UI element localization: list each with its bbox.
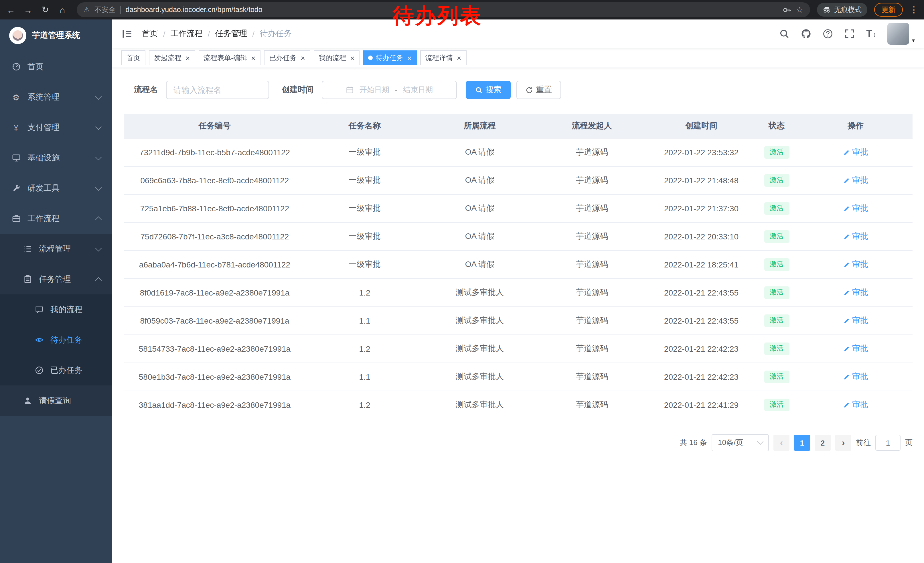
sidebar-item-label: 我的流程 (50, 305, 82, 315)
sidebar-item-devtools[interactable]: 研发工具 (0, 173, 112, 203)
tab-start-process[interactable]: 发起流程 × (149, 50, 195, 65)
sidebar-item-task-mgmt[interactable]: 任务管理 (0, 264, 112, 294)
help-icon[interactable] (823, 29, 833, 39)
approve-button[interactable]: 审批 (843, 288, 868, 298)
cell-created: 2022-01-22 21:37:30 (648, 194, 754, 222)
sidebar-item-payment[interactable]: ¥ 支付管理 (0, 112, 112, 143)
home-icon[interactable]: ⌂ (57, 5, 68, 15)
key-icon[interactable] (783, 6, 792, 14)
col-initiator: 流程发起人 (536, 114, 648, 138)
eye-icon (34, 336, 44, 344)
forward-icon[interactable]: → (23, 5, 33, 15)
pencil-icon (843, 401, 850, 408)
sidebar-item-workflow[interactable]: 工作流程 (0, 203, 112, 234)
page-size-select[interactable]: 10条/页 (712, 434, 769, 451)
status-badge: 激活 (764, 371, 789, 383)
search-button[interactable]: 搜索 (466, 81, 511, 99)
app-title: 芋道管理系统 (32, 30, 80, 41)
browser-menu-icon[interactable]: ⋮ (910, 5, 918, 15)
cell-process: OA 请假 (424, 138, 536, 167)
sidebar-item-done-tasks[interactable]: 已办任务 (0, 355, 112, 386)
collapse-sidebar-icon[interactable] (122, 28, 133, 39)
cell-created: 2022-01-21 22:42:23 (648, 335, 754, 363)
sidebar-item-process-mgmt[interactable]: 流程管理 (0, 234, 112, 264)
fullscreen-icon[interactable] (844, 29, 855, 39)
sidebar-item-leave-query[interactable]: 请假查询 (0, 386, 112, 416)
approve-button[interactable]: 审批 (843, 315, 868, 326)
sidebar-item-infra[interactable]: 基础设施 (0, 143, 112, 173)
goto-page-input[interactable] (875, 435, 900, 451)
tab-process-form-edit[interactable]: 流程表单-编辑 × (198, 50, 261, 65)
approve-label: 审批 (852, 260, 868, 270)
app-logo-row[interactable]: 芋道管理系统 (0, 20, 112, 51)
approve-button[interactable]: 审批 (843, 372, 868, 382)
security-label[interactable]: 不安全 (94, 5, 116, 15)
github-icon[interactable] (801, 29, 811, 39)
process-name-input[interactable] (166, 81, 269, 99)
user-menu[interactable]: ▾ (887, 23, 915, 45)
cell-task-name: 1.1 (306, 363, 424, 391)
close-icon[interactable]: × (407, 54, 412, 62)
refresh-icon (525, 86, 533, 94)
close-icon[interactable]: × (457, 54, 461, 62)
approve-button[interactable]: 审批 (843, 147, 868, 158)
cell-task-name: 1.2 (306, 391, 424, 419)
breadcrumb-item-current: 待办任务 (260, 29, 292, 39)
yen-icon: ¥ (12, 123, 21, 132)
approve-button[interactable]: 审批 (843, 344, 868, 354)
range-separator: - (395, 86, 398, 94)
create-time-range-picker[interactable]: 开始日期 - 结束日期 (322, 81, 457, 99)
tab-home[interactable]: 首页 (122, 50, 146, 65)
search-icon[interactable] (779, 29, 789, 39)
reload-icon[interactable]: ↻ (40, 5, 50, 15)
font-size-icon[interactable]: T↕ (866, 28, 876, 39)
tab-my-processes[interactable]: 我的流程 × (314, 50, 360, 65)
cell-process: 测试多审批人 (424, 391, 536, 419)
approve-button[interactable]: 审批 (843, 260, 868, 270)
cell-process: 测试多审批人 (424, 279, 536, 307)
approve-button[interactable]: 审批 (843, 175, 868, 186)
pencil-icon (843, 261, 850, 268)
sidebar-item-home[interactable]: 首页 (0, 51, 112, 82)
bookmark-star-icon[interactable]: ☆ (796, 5, 803, 14)
cell-task-name: 一级审批 (306, 222, 424, 251)
cell-task-name: 一级审批 (306, 167, 424, 194)
prev-page-button[interactable]: ‹ (773, 435, 789, 451)
tab-process-detail[interactable]: 流程详情 × (420, 50, 466, 65)
cell-initiator: 芋道源码 (536, 279, 648, 307)
close-icon[interactable]: × (300, 54, 305, 62)
approve-button[interactable]: 审批 (843, 400, 868, 410)
cell-created: 2022-01-21 22:43:55 (648, 307, 754, 335)
close-icon[interactable]: × (251, 54, 255, 62)
pencil-icon (843, 289, 850, 296)
cell-created: 2022-01-22 18:25:41 (648, 251, 754, 279)
cell-initiator: 芋道源码 (536, 222, 648, 251)
tab-label: 已办任务 (269, 53, 297, 63)
sidebar-item-system[interactable]: ⚙ 系统管理 (0, 82, 112, 112)
reset-button[interactable]: 重置 (516, 81, 561, 99)
sidebar-item-todo-tasks[interactable]: 待办任务 (0, 325, 112, 355)
cell-task-id: 725a1eb6-7b88-11ec-8ef0-acde48001122 (124, 194, 306, 222)
update-button[interactable]: 更新 (874, 3, 903, 17)
status-badge: 激活 (764, 258, 789, 270)
back-icon[interactable]: ← (6, 5, 16, 15)
cell-process: OA 请假 (424, 194, 536, 222)
tab-todo-tasks[interactable]: 待办任务 × (363, 50, 417, 65)
breadcrumb-item[interactable]: 首页 (142, 29, 158, 39)
page-number-1[interactable]: 1 (794, 435, 810, 451)
sidebar-item-my-processes[interactable]: 我的流程 (0, 294, 112, 325)
cell-task-name: 一级审批 (306, 251, 424, 279)
approve-button[interactable]: 审批 (843, 203, 868, 214)
approve-button[interactable]: 审批 (843, 231, 868, 242)
next-page-button[interactable]: › (835, 435, 851, 451)
breadcrumb-item[interactable]: 工作流程 (171, 29, 202, 39)
breadcrumb-item[interactable]: 任务管理 (215, 29, 248, 39)
tab-done-tasks[interactable]: 已办任务 × (264, 50, 310, 65)
close-icon[interactable]: × (350, 54, 355, 62)
chevron-down-icon (95, 184, 102, 191)
table-row: 580e1b3d-7ac8-11ec-a9e2-a2380e71991a 1.1… (124, 363, 912, 391)
not-secure-warning-icon: ⚠ (84, 6, 90, 14)
close-icon[interactable]: × (186, 54, 190, 62)
page-number-2[interactable]: 2 (814, 435, 831, 451)
url-text[interactable]: dashboard.yudao.iocoder.cn/bpm/task/todo (126, 6, 262, 14)
